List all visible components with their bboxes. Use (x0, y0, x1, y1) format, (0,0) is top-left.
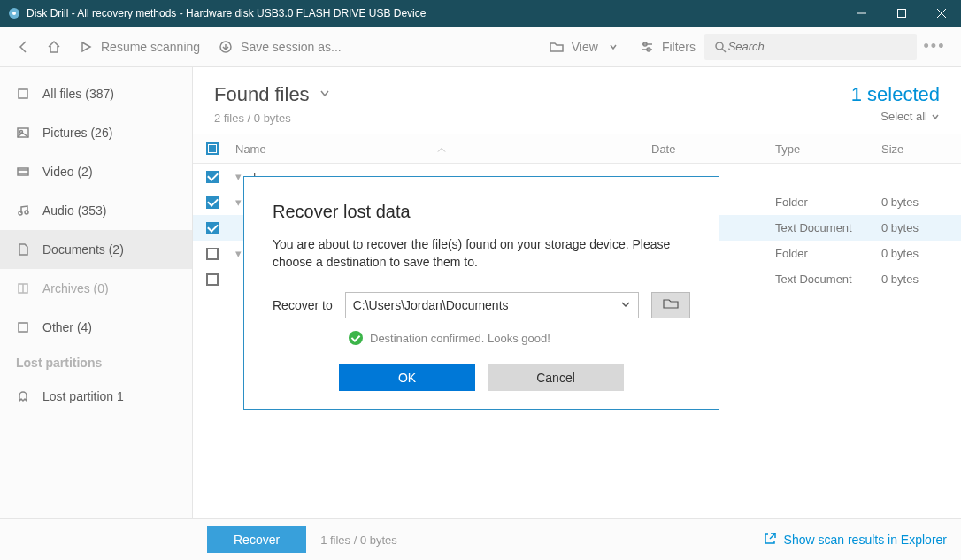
sliders-icon (639, 39, 655, 55)
col-date[interactable]: Date (651, 142, 775, 156)
sidebar: All files (387) Pictures (26) Video (2) … (0, 67, 193, 518)
chevron-down-icon[interactable] (319, 87, 331, 103)
play-icon (78, 39, 94, 55)
svg-point-20 (19, 211, 22, 215)
row-checkbox[interactable] (206, 222, 219, 234)
view-button[interactable]: View (540, 27, 630, 66)
more-button[interactable]: ••• (917, 37, 952, 56)
page-title: Found files (214, 83, 310, 106)
save-session-label: Save session as... (241, 40, 342, 54)
browse-button[interactable] (651, 292, 690, 318)
chevron-down-icon (605, 39, 621, 55)
svg-point-12 (716, 42, 723, 50)
select-all-checkbox[interactable] (206, 142, 219, 155)
resume-label: Resume scanning (101, 40, 200, 54)
search-box[interactable] (704, 34, 917, 60)
row-checkbox[interactable] (206, 273, 219, 286)
col-type[interactable]: Type (775, 142, 881, 156)
ok-button[interactable]: OK (339, 364, 475, 391)
home-button[interactable] (39, 27, 69, 66)
download-icon (218, 39, 234, 55)
video-icon (16, 165, 30, 179)
svg-point-21 (25, 211, 28, 214)
selected-count: 1 selected (851, 83, 940, 106)
sidebar-item-audio[interactable]: Audio (353) (0, 191, 192, 230)
ghost-icon (16, 389, 30, 403)
sidebar-item-pictures[interactable]: Pictures (26) (0, 113, 192, 152)
sidebar-item-lost1[interactable]: Lost partition 1 (0, 377, 192, 416)
documents-icon (16, 242, 30, 257)
sort-arrow-icon (437, 142, 446, 156)
row-checkbox[interactable] (206, 171, 219, 183)
other-icon (16, 320, 30, 334)
destination-value: C:\Users\Jordan\Documents (353, 298, 509, 312)
window-title: Disk Drill - All recovery methods - Hard… (27, 7, 842, 19)
close-button[interactable] (921, 0, 961, 27)
pictures-icon (16, 126, 30, 140)
footer-subtitle: 1 files / 0 bytes (320, 533, 397, 547)
titlebar: Disk Drill - All recovery methods - Hard… (0, 0, 961, 27)
maximize-button[interactable] (881, 0, 921, 27)
recover-dialog: Recover lost data You are about to recov… (243, 176, 719, 410)
filters-label: Filters (662, 40, 696, 54)
sidebar-item-other[interactable]: Other (4) (0, 308, 192, 347)
files-icon (16, 87, 30, 101)
sidebar-item-allfiles[interactable]: All files (387) (0, 74, 192, 113)
resume-scanning-button[interactable]: Resume scanning (69, 27, 209, 66)
cancel-button[interactable]: Cancel (488, 364, 624, 391)
check-icon (349, 331, 363, 345)
search-icon (713, 39, 728, 55)
view-label: View (572, 40, 598, 54)
lost-partitions-heading: Lost partitions (0, 347, 192, 377)
toolbar: Resume scanning Save session as... View … (0, 27, 961, 67)
app-icon (7, 6, 21, 20)
svg-rect-24 (19, 323, 27, 332)
svg-rect-14 (19, 89, 27, 98)
col-size[interactable]: Size (881, 142, 961, 156)
chevron-down-icon (620, 298, 631, 312)
table-header: Name Date Type Size (193, 134, 961, 164)
recover-button[interactable]: Recover (207, 526, 306, 553)
page-subtitle: 2 files / 0 bytes (214, 111, 331, 125)
dialog-body: You are about to recover the file(s) fou… (273, 236, 690, 271)
row-checkbox[interactable] (206, 196, 219, 209)
external-icon (763, 532, 777, 548)
svg-marker-6 (82, 42, 90, 51)
filters-button[interactable]: Filters (630, 27, 704, 66)
row-checkbox[interactable] (206, 248, 219, 260)
minimize-button[interactable] (842, 0, 881, 27)
show-in-explorer-link[interactable]: Show scan results in Explorer (763, 532, 947, 548)
svg-rect-3 (897, 10, 905, 18)
sidebar-item-archives[interactable]: Archives (0) (0, 269, 192, 308)
footer: Recover 1 files / 0 bytes Show scan resu… (0, 518, 961, 560)
folder-icon (549, 39, 565, 55)
archives-icon (16, 281, 30, 295)
svg-rect-17 (18, 168, 28, 175)
sidebar-item-video[interactable]: Video (2) (0, 152, 192, 191)
col-name[interactable]: Name (232, 142, 651, 156)
svg-point-1 (12, 12, 16, 15)
svg-line-13 (722, 49, 726, 52)
folder-icon (663, 297, 679, 313)
audio-icon (16, 203, 30, 218)
back-button[interactable] (9, 27, 39, 66)
save-session-button[interactable]: Save session as... (209, 27, 350, 66)
dialog-title: Recover lost data (273, 202, 690, 222)
confirm-text: Destination confirmed. Looks good! (370, 332, 550, 345)
sidebar-item-documents[interactable]: Documents (2) (0, 230, 192, 269)
select-all-button[interactable]: Select all (851, 110, 940, 123)
search-input[interactable] (728, 40, 908, 53)
recover-to-label: Recover to (273, 298, 333, 312)
svg-line-25 (770, 533, 775, 539)
destination-select[interactable]: C:\Users\Jordan\Documents (345, 292, 639, 318)
